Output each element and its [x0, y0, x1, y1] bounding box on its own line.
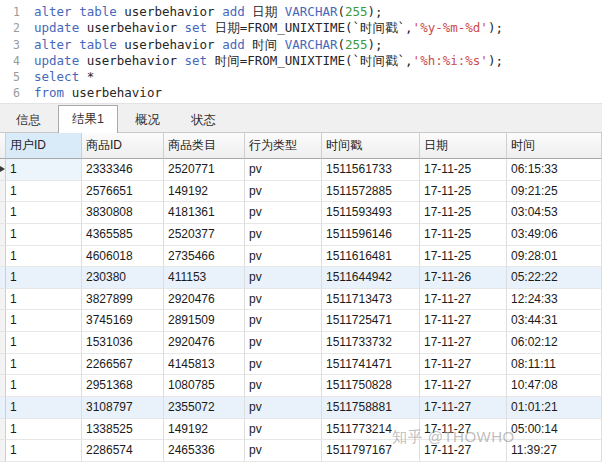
table-cell[interactable]: 01:01:21 [507, 397, 602, 419]
table-cell[interactable]: 149192 [164, 181, 245, 203]
table-cell[interactable]: pv [245, 224, 322, 246]
table-cell[interactable]: pv [245, 159, 322, 181]
table-cell[interactable]: pv [245, 354, 322, 376]
table-cell[interactable]: 2951368 [82, 375, 164, 397]
table-cell[interactable]: 2520771 [164, 159, 245, 181]
table-cell[interactable]: 1531036 [82, 332, 164, 354]
table-cell[interactable]: 1511725471 [322, 310, 420, 332]
row-gutter[interactable] [0, 224, 6, 246]
table-cell[interactable]: 17-11-25 [420, 181, 507, 203]
column-header[interactable]: 商品类目 [164, 133, 245, 159]
table-cell[interactable]: 2333346 [82, 159, 164, 181]
table-cell[interactable]: 4181361 [164, 202, 245, 224]
table-cell[interactable]: 1 [6, 440, 82, 462]
column-header[interactable]: 用户ID [6, 133, 82, 159]
table-cell[interactable]: 09:21:25 [507, 181, 602, 203]
table-cell[interactable]: 17-11-27 [420, 354, 507, 376]
column-header[interactable]: 时间 [507, 133, 602, 159]
table-cell[interactable]: 12:24:33 [507, 289, 602, 311]
table-cell[interactable]: 1511596146 [322, 224, 420, 246]
tab-概况[interactable]: 概况 [121, 108, 174, 132]
table-cell[interactable]: 3830808 [82, 202, 164, 224]
column-header[interactable]: 时间戳 [322, 133, 420, 159]
table-cell[interactable]: 10:47:08 [507, 375, 602, 397]
table-cell[interactable]: 1 [6, 375, 82, 397]
table-cell[interactable]: 1 [6, 181, 82, 203]
table-cell[interactable]: 1 [6, 224, 82, 246]
table-cell[interactable]: 3827899 [82, 289, 164, 311]
table-cell[interactable]: 1511644942 [322, 267, 420, 289]
table-cell[interactable]: 1 [6, 289, 82, 311]
table-cell[interactable]: pv [245, 246, 322, 268]
table-cell[interactable]: 06:02:12 [507, 332, 602, 354]
table-cell[interactable]: 17-11-25 [420, 202, 507, 224]
table-cell[interactable]: 2465336 [164, 440, 245, 462]
table-cell[interactable]: 1 [6, 159, 82, 181]
table-cell[interactable]: 2735466 [164, 246, 245, 268]
row-gutter[interactable] [0, 267, 6, 289]
table-cell[interactable]: 1 [6, 310, 82, 332]
table-cell[interactable]: 4145813 [164, 354, 245, 376]
table-cell[interactable]: 411153 [164, 267, 245, 289]
table-cell[interactable]: 17-11-27 [420, 310, 507, 332]
table-cell[interactable]: 17-11-25 [420, 246, 507, 268]
table-cell[interactable]: 1 [6, 267, 82, 289]
table-cell[interactable]: pv [245, 289, 322, 311]
row-gutter[interactable] [0, 181, 6, 203]
table-cell[interactable]: 1511797167 [322, 440, 420, 462]
table-cell[interactable]: 1511741471 [322, 354, 420, 376]
table-cell[interactable]: 09:28:01 [507, 246, 602, 268]
table-cell[interactable]: 3745169 [82, 310, 164, 332]
row-gutter[interactable] [0, 397, 6, 419]
table-cell[interactable]: 17-11-26 [420, 267, 507, 289]
table-cell[interactable]: 08:11:11 [507, 354, 602, 376]
table-cell[interactable]: pv [245, 397, 322, 419]
table-cell[interactable]: 17-11-27 [420, 375, 507, 397]
table-cell[interactable]: 17-11-27 [420, 397, 507, 419]
row-gutter[interactable] [0, 246, 6, 268]
table-cell[interactable]: 1511713473 [322, 289, 420, 311]
table-cell[interactable]: 1511616481 [322, 246, 420, 268]
table-cell[interactable]: 1 [6, 246, 82, 268]
table-cell[interactable]: 1 [6, 354, 82, 376]
table-cell[interactable]: 3108797 [82, 397, 164, 419]
table-cell[interactable]: pv [245, 202, 322, 224]
table-cell[interactable]: 05:22:22 [507, 267, 602, 289]
table-cell[interactable]: pv [245, 267, 322, 289]
row-gutter[interactable] [0, 202, 6, 224]
table-cell[interactable]: 17-11-25 [420, 224, 507, 246]
table-cell[interactable]: 17-11-25 [420, 159, 507, 181]
row-gutter[interactable] [0, 375, 6, 397]
table-cell[interactable]: 2920476 [164, 332, 245, 354]
row-gutter[interactable] [0, 419, 6, 441]
table-cell[interactable]: 4365585 [82, 224, 164, 246]
table-cell[interactable]: pv [245, 310, 322, 332]
table-cell[interactable]: 2520377 [164, 224, 245, 246]
table-cell[interactable]: 17-11-27 [420, 440, 507, 462]
table-cell[interactable]: 05:00:14 [507, 419, 602, 441]
table-cell[interactable]: 1 [6, 332, 82, 354]
table-cell[interactable]: 1511750828 [322, 375, 420, 397]
table-cell[interactable]: 2891509 [164, 310, 245, 332]
table-cell[interactable]: 2576651 [82, 181, 164, 203]
table-cell[interactable]: pv [245, 419, 322, 441]
row-gutter[interactable] [0, 310, 6, 332]
table-cell[interactable]: 1338525 [82, 419, 164, 441]
tab-状态[interactable]: 状态 [177, 108, 230, 132]
table-cell[interactable]: 17-11-27 [420, 332, 507, 354]
table-cell[interactable]: 03:49:06 [507, 224, 602, 246]
table-cell[interactable]: 2286574 [82, 440, 164, 462]
table-cell[interactable]: 230380 [82, 267, 164, 289]
sql-editor[interactable]: 1alter table userbehavior add 日期 VARCHAR… [0, 0, 602, 104]
table-cell[interactable]: 2266567 [82, 354, 164, 376]
row-gutter[interactable] [0, 354, 6, 376]
table-cell[interactable]: 03:04:53 [507, 202, 602, 224]
table-cell[interactable]: 1511758881 [322, 397, 420, 419]
column-header[interactable]: 日期 [420, 133, 507, 159]
row-gutter[interactable] [0, 159, 6, 181]
table-cell[interactable]: 17-11-27 [420, 419, 507, 441]
row-gutter[interactable] [0, 440, 6, 462]
table-cell[interactable]: pv [245, 375, 322, 397]
table-cell[interactable]: 1 [6, 397, 82, 419]
tab-信息[interactable]: 信息 [2, 108, 55, 132]
